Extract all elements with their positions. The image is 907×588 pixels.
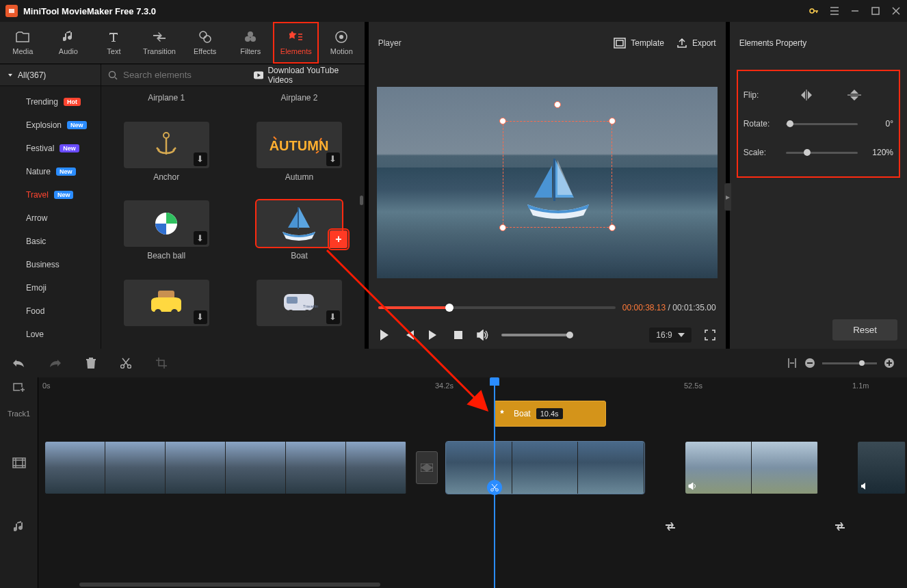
category-all[interactable]: All(367) bbox=[0, 64, 101, 86]
category-explosion[interactable]: ExplosionNew bbox=[0, 113, 101, 137]
tab-filters[interactable]: Filters bbox=[228, 22, 274, 64]
next-frame-button[interactable] bbox=[428, 329, 440, 341]
template-button[interactable]: Template bbox=[614, 38, 664, 49]
download-icon[interactable]: ⬇ bbox=[326, 152, 340, 166]
video-clip-3[interactable] bbox=[685, 442, 818, 494]
scale-slider[interactable] bbox=[786, 152, 858, 154]
video-track[interactable] bbox=[38, 438, 907, 498]
svg-point-18 bbox=[171, 309, 178, 316]
resize-handle-tl[interactable] bbox=[499, 118, 506, 124]
search-input[interactable] bbox=[101, 70, 246, 80]
download-icon[interactable]: ⬇ bbox=[194, 231, 207, 245]
aspect-select[interactable]: 16:9 bbox=[649, 328, 691, 343]
key-icon[interactable] bbox=[809, 5, 819, 16]
grid-scrollbar[interactable] bbox=[360, 196, 363, 205]
element-airplane-1[interactable]: Airplane 1 bbox=[109, 89, 223, 119]
category-love[interactable]: Love bbox=[0, 323, 101, 346]
preview-area[interactable] bbox=[369, 64, 726, 294]
volume-slider[interactable] bbox=[501, 334, 570, 336]
category-food[interactable]: Food bbox=[0, 299, 101, 323]
tab-audio[interactable]: Audio bbox=[46, 22, 92, 64]
scale-value: 120% bbox=[865, 148, 893, 157]
zoom-in-button[interactable] bbox=[884, 358, 895, 369]
video-clip-4[interactable] bbox=[858, 442, 906, 494]
crop-button[interactable] bbox=[156, 358, 167, 369]
split-button[interactable] bbox=[120, 358, 131, 369]
sync-icon-2[interactable] bbox=[832, 518, 848, 535]
play-button[interactable] bbox=[378, 329, 391, 341]
tab-text[interactable]: Text bbox=[91, 22, 137, 64]
svg-rect-15 bbox=[298, 207, 299, 229]
fullscreen-button[interactable] bbox=[704, 329, 716, 341]
add-element-button[interactable]: + bbox=[330, 230, 347, 248]
element-anchor[interactable]: ⬇Anchor bbox=[109, 122, 223, 198]
fit-button[interactable] bbox=[787, 358, 798, 369]
element-boat[interactable]: +Boat bbox=[242, 200, 356, 277]
sync-icon[interactable] bbox=[662, 518, 679, 535]
tab-transition[interactable]: Transition bbox=[137, 22, 183, 64]
category-business[interactable]: Business bbox=[0, 253, 101, 276]
seek-bar[interactable] bbox=[378, 306, 616, 309]
redo-button[interactable] bbox=[49, 358, 62, 368]
undo-button[interactable] bbox=[12, 358, 25, 368]
element-autumn[interactable]: AUTUMN⬇Autumn bbox=[242, 122, 356, 198]
video-clip-1[interactable] bbox=[45, 442, 406, 494]
maximize-button[interactable] bbox=[870, 5, 881, 16]
svg-point-5 bbox=[248, 31, 253, 37]
add-track-button[interactable] bbox=[0, 377, 38, 397]
element-clip-boat[interactable]: Boat 10.4s bbox=[494, 401, 606, 427]
playhead[interactable] bbox=[494, 377, 495, 588]
element-airplane-2[interactable]: Airplane 2 bbox=[242, 89, 356, 119]
zoom-out-button[interactable] bbox=[804, 358, 815, 369]
category-festival[interactable]: FestivalNew bbox=[0, 137, 101, 160]
resize-handle-br[interactable] bbox=[609, 224, 616, 231]
rotate-slider[interactable] bbox=[786, 123, 858, 125]
tab-media[interactable]: Media bbox=[0, 22, 46, 64]
panel-collapse-button[interactable]: ▸ bbox=[724, 183, 731, 211]
prev-frame-button[interactable] bbox=[403, 329, 415, 341]
rotate-handle[interactable] bbox=[554, 101, 561, 108]
download-youtube-link[interactable]: Download YouTube Videos bbox=[246, 66, 365, 85]
category-arrow[interactable]: Arrow bbox=[0, 206, 101, 230]
download-icon[interactable]: ⬇ bbox=[194, 152, 207, 166]
export-button[interactable]: Export bbox=[676, 38, 716, 49]
tab-elements[interactable]: Elements bbox=[273, 22, 319, 64]
svg-rect-2 bbox=[872, 8, 879, 14]
category-emoji[interactable]: Emoji bbox=[0, 276, 101, 299]
app-title: MiniTool MovieMaker Free 7.3.0 bbox=[23, 6, 156, 16]
resize-handle-tr[interactable] bbox=[609, 118, 616, 124]
delete-button[interactable] bbox=[86, 358, 96, 369]
tab-motion[interactable]: Motion bbox=[319, 22, 365, 64]
svg-point-17 bbox=[155, 309, 161, 316]
category-basic[interactable]: Basic bbox=[0, 230, 101, 253]
split-at-playhead-icon[interactable] bbox=[487, 480, 502, 495]
selection-box[interactable] bbox=[503, 121, 612, 228]
reset-button[interactable]: Reset bbox=[832, 319, 897, 340]
transition-1[interactable] bbox=[416, 451, 438, 484]
zoom-slider[interactable] bbox=[822, 362, 877, 364]
menu-icon[interactable] bbox=[829, 5, 840, 16]
video-clip-2[interactable] bbox=[446, 442, 644, 494]
element-item-7[interactable]: Travelling⬇ bbox=[242, 280, 356, 347]
download-icon[interactable]: ⬇ bbox=[194, 310, 207, 324]
rotate-value: 0° bbox=[865, 119, 893, 129]
category-travel[interactable]: TravelNew bbox=[0, 183, 101, 206]
minimize-button[interactable] bbox=[850, 5, 860, 16]
tab-effects[interactable]: Effects bbox=[182, 22, 228, 64]
timeline-ruler[interactable]: 0s 34.2s 52.5s 1.1m bbox=[38, 377, 907, 397]
svg-text:Travelling: Travelling bbox=[303, 304, 318, 308]
flip-vertical-button[interactable] bbox=[846, 87, 863, 103]
search-field[interactable] bbox=[123, 70, 239, 80]
download-icon[interactable]: ⬇ bbox=[326, 310, 340, 324]
close-button[interactable] bbox=[891, 5, 902, 16]
flip-horizontal-button[interactable] bbox=[798, 87, 815, 103]
element-track[interactable]: Boat 10.4s bbox=[38, 397, 907, 431]
volume-button[interactable] bbox=[477, 329, 489, 341]
resize-handle-bl[interactable] bbox=[499, 224, 506, 231]
category-trending[interactable]: TrendingHot bbox=[0, 90, 101, 113]
stop-button[interactable] bbox=[452, 329, 464, 341]
timeline-scrollbar[interactable] bbox=[79, 583, 380, 587]
element-beach-ball[interactable]: ⬇Beach ball bbox=[109, 200, 223, 277]
element-item-6[interactable]: ⬇ bbox=[109, 280, 223, 347]
category-nature[interactable]: NatureNew bbox=[0, 160, 101, 183]
